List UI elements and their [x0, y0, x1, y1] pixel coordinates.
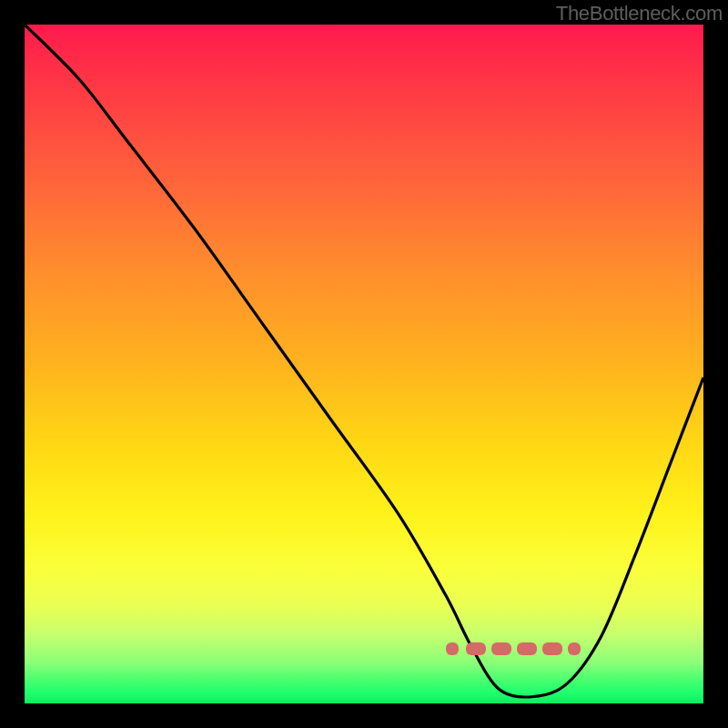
dash-seg	[466, 642, 486, 655]
dash-seg	[542, 642, 562, 655]
dash-seg	[491, 642, 511, 655]
chart-frame: TheBottleneck.com	[0, 0, 728, 728]
dash-seg	[568, 642, 581, 655]
bottleneck-curve	[25, 25, 703, 703]
dash-seg	[446, 642, 459, 655]
plot-area	[25, 25, 703, 703]
watermark-text: TheBottleneck.com	[556, 2, 723, 25]
dash-seg	[517, 642, 537, 655]
optimal-range-marker	[446, 642, 581, 655]
